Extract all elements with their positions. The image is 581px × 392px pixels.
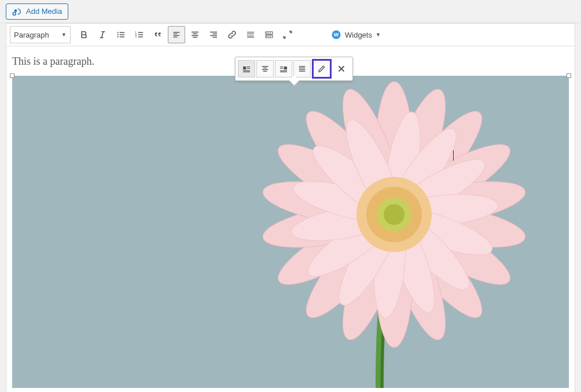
toolbar-toggle-button[interactable]	[260, 26, 278, 43]
editor-toolbar: Paragraph 123 W Widgets	[6, 23, 575, 46]
svg-rect-1	[13, 12, 16, 15]
pencil-icon	[317, 64, 326, 74]
close-icon	[336, 64, 347, 74]
align-center-icon	[260, 64, 270, 74]
add-media-button[interactable]: Add Media	[6, 3, 68, 20]
align-center-icon	[190, 29, 200, 40]
insert-link-button[interactable]	[223, 26, 241, 43]
align-right-icon	[279, 64, 288, 74]
toolbar-toggle-icon	[264, 29, 274, 40]
resize-handle-top-left[interactable]	[10, 73, 14, 78]
bold-icon	[79, 29, 89, 40]
svg-point-2	[117, 32, 119, 33]
svg-rect-13	[267, 36, 268, 37]
fullscreen-icon	[282, 29, 293, 40]
align-none-icon	[297, 64, 307, 74]
svg-point-3	[117, 34, 119, 35]
fullscreen-button[interactable]	[279, 26, 296, 43]
numbered-list-button[interactable]: 123	[131, 26, 148, 43]
align-right-button[interactable]	[205, 26, 222, 43]
align-left-icon	[172, 29, 181, 40]
bullet-list-button[interactable]	[112, 26, 130, 43]
insert-more-button[interactable]	[242, 26, 259, 43]
widgets-badge-icon: W	[331, 29, 341, 40]
svg-rect-55	[243, 66, 246, 69]
widgets-label: Widgets	[345, 31, 372, 39]
svg-point-4	[117, 36, 119, 38]
svg-text:3: 3	[135, 35, 137, 38]
text-cursor-indicator	[453, 150, 454, 161]
image-align-right-button[interactable]	[275, 60, 292, 77]
image-remove-button[interactable]	[333, 60, 350, 77]
media-icon	[12, 6, 23, 17]
svg-rect-15	[270, 36, 271, 37]
align-left-icon	[242, 64, 251, 74]
blockquote-button[interactable]	[149, 26, 167, 43]
svg-point-54	[384, 204, 405, 225]
link-icon	[227, 29, 237, 40]
blockquote-icon	[153, 29, 163, 40]
svg-rect-10	[269, 32, 270, 34]
media-topbar: Add Media	[0, 0, 581, 23]
svg-point-0	[14, 9, 17, 12]
editor-content-area[interactable]: This is a paragraph.	[6, 46, 575, 392]
image-inline-toolbar	[235, 57, 353, 81]
image-edit-button[interactable]	[312, 59, 332, 79]
insert-more-icon	[245, 29, 256, 40]
bullet-list-icon	[116, 29, 126, 40]
selected-image-wrapper[interactable]	[12, 76, 569, 388]
widgets-dropdown[interactable]: W Widgets	[326, 27, 385, 42]
svg-rect-56	[284, 66, 287, 69]
image-align-center-button[interactable]	[256, 60, 274, 77]
resize-handle-top-right[interactable]	[567, 73, 571, 78]
image-align-left-button[interactable]	[238, 60, 255, 77]
format-select-label: Paragraph	[14, 31, 49, 39]
italic-button[interactable]	[94, 26, 111, 43]
svg-text:W: W	[334, 32, 339, 38]
bold-button[interactable]	[75, 26, 93, 43]
numbered-list-icon: 123	[134, 29, 145, 40]
svg-rect-11	[270, 32, 271, 34]
content-image[interactable]	[12, 76, 569, 388]
align-left-button[interactable]	[168, 26, 185, 43]
align-right-icon	[208, 29, 219, 40]
align-center-button[interactable]	[186, 26, 204, 43]
svg-rect-14	[269, 36, 270, 37]
svg-rect-9	[267, 32, 268, 34]
add-media-label: Add Media	[26, 7, 62, 16]
paragraph-format-select[interactable]: Paragraph	[10, 26, 71, 43]
italic-icon	[97, 29, 108, 40]
image-align-none-button[interactable]	[293, 60, 311, 77]
